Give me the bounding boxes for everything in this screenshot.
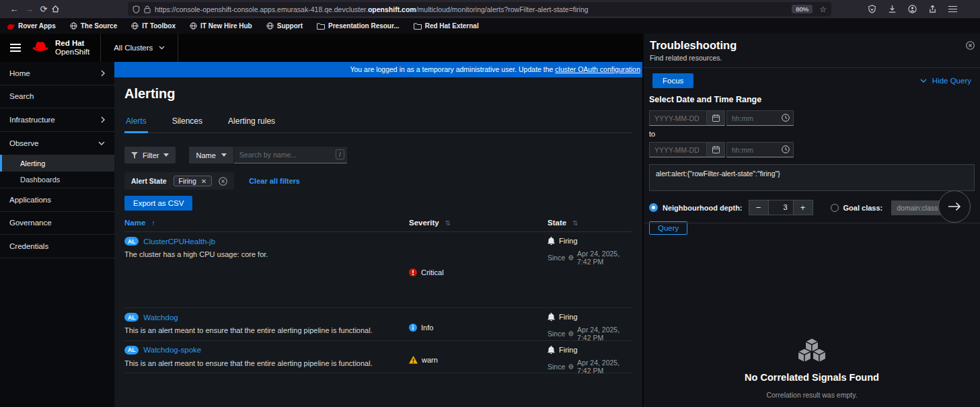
sidebar-item-observe[interactable]: Observe xyxy=(0,132,114,155)
column-header-state[interactable]: State ⇅ xyxy=(548,219,632,227)
search-field: / xyxy=(234,147,347,163)
expand-arrow-button[interactable] xyxy=(938,190,971,223)
search-attribute-dropdown[interactable]: Name xyxy=(189,147,233,163)
cluster-oauth-link[interactable]: cluster OAuth configuration xyxy=(555,65,640,73)
calendar-button[interactable] xyxy=(707,142,725,157)
tab-alerting-rules[interactable]: Alerting rules xyxy=(227,112,276,133)
chip-close-icon[interactable]: ✕ xyxy=(201,178,206,185)
panel-subtitle: Find related resources. xyxy=(650,54,972,62)
clock-icon[interactable] xyxy=(782,114,790,122)
alert-link[interactable]: Watchdog xyxy=(143,313,178,322)
browser-menu-icon[interactable] xyxy=(948,4,957,14)
depth-value[interactable]: 3 xyxy=(769,200,793,215)
filter-dropdown[interactable]: Filter xyxy=(124,147,176,163)
tab-silences[interactable]: Silences xyxy=(171,112,204,133)
forward-icon[interactable]: → xyxy=(22,4,36,14)
search-input[interactable] xyxy=(234,147,347,163)
bookmark-the-source[interactable]: The Source xyxy=(70,22,117,30)
table-row: AL Watchdog This is an alert meant to en… xyxy=(124,308,632,341)
sidebar-item-governance[interactable]: Governance xyxy=(0,212,114,235)
bookmark-rover-apps[interactable]: Rover Apps xyxy=(7,22,56,30)
sidebar-item-alerting[interactable]: Alerting xyxy=(0,155,114,172)
reload-icon[interactable]: ⟳ xyxy=(36,4,51,14)
table-row: AL ClusterCPUHealth-jb The cluster has a… xyxy=(124,232,632,308)
column-header-severity[interactable]: Severity ⇅ xyxy=(409,219,548,227)
sidebar-item-dashboards[interactable]: Dashboards xyxy=(0,172,114,188)
page-title: Alerting xyxy=(124,86,632,102)
neighbourhood-depth-radio[interactable] xyxy=(649,203,658,212)
bookmark-support[interactable]: Support xyxy=(266,22,303,30)
brand-redhat: Red Hat xyxy=(55,39,89,48)
empty-state-subtitle: Correlation result was empty. xyxy=(644,391,980,399)
nav-toggle-icon[interactable] xyxy=(10,42,21,54)
bookmark-it-toolbox[interactable]: IT Toolbox xyxy=(131,22,176,30)
from-date-input[interactable] xyxy=(649,110,707,126)
chevron-right-icon xyxy=(101,70,105,77)
bookmark-presentation-resources[interactable]: Presentation Resour... xyxy=(317,22,400,30)
calendar-icon xyxy=(712,114,720,122)
caret-down-icon xyxy=(163,153,169,157)
state-cell: Firing Since Apr 24, 2025, 7:42 PM xyxy=(548,313,632,342)
sidebar-item-search[interactable]: Search xyxy=(0,85,114,109)
url-bar[interactable]: https://console-openshift-console.apps.e… xyxy=(128,2,831,16)
lock-warning-icon xyxy=(144,5,151,13)
depth-minus-button[interactable]: − xyxy=(749,200,769,215)
browser-zoom-badge[interactable]: 80% xyxy=(792,5,813,13)
shield-icon xyxy=(133,5,140,13)
depth-plus-button[interactable]: + xyxy=(793,200,813,215)
slash-shortcut-badge: / xyxy=(336,149,344,159)
export-csv-button[interactable]: Export as CSV xyxy=(124,196,192,211)
goal-class-radio[interactable] xyxy=(831,204,839,212)
firing-chip[interactable]: Firing ✕ xyxy=(174,176,213,186)
sidebar-nav: Home Search Infrastructure Observe Alert… xyxy=(0,62,114,407)
panel-close-icon[interactable] xyxy=(966,41,975,50)
sidebar-item-home[interactable]: Home xyxy=(0,62,114,85)
column-header-name[interactable]: Name ↑ xyxy=(124,219,409,227)
sort-ascending-icon: ↑ xyxy=(151,219,155,227)
globe-icon xyxy=(568,330,574,337)
sidebar-item-infrastructure[interactable]: Infrastructure xyxy=(0,108,114,132)
browser-action-icons xyxy=(868,4,957,14)
cluster-selector[interactable]: All Clusters xyxy=(100,34,178,62)
chip-group-close-icon[interactable] xyxy=(219,177,227,186)
hide-query-toggle[interactable]: Hide Query xyxy=(920,77,971,85)
home-icon[interactable] xyxy=(51,5,66,13)
account-icon[interactable] xyxy=(908,5,917,13)
sort-icon: ⇅ xyxy=(572,219,578,227)
tab-alerts[interactable]: Alerts xyxy=(124,112,148,133)
sidebar-item-applications[interactable]: Applications xyxy=(0,188,114,212)
bell-icon xyxy=(548,346,555,354)
bookmark-it-new-hire-hub[interactable]: IT New Hire Hub xyxy=(190,22,252,30)
query-button[interactable]: Query xyxy=(649,221,687,235)
calendar-button[interactable] xyxy=(707,110,725,126)
alert-link[interactable]: ClusterCPUHealth-jb xyxy=(143,237,215,246)
date-range-heading: Select Date and Time Range xyxy=(649,95,975,104)
main-content: You are logged in as a temporary adminis… xyxy=(114,62,642,407)
sidebar-item-credentials[interactable]: Credentials xyxy=(0,235,114,258)
sort-icon: ⇅ xyxy=(445,219,451,227)
bookmark-red-hat-external[interactable]: Red Hat External xyxy=(414,22,479,30)
back-icon[interactable]: ← xyxy=(7,4,22,14)
to-date-input[interactable] xyxy=(649,142,707,157)
date-time-from xyxy=(649,110,975,126)
query-expression-box[interactable]: alert:alert:{"rowFilter-alert-state":"fi… xyxy=(649,164,975,191)
masthead: Red Hat OpenShift All Clusters xyxy=(0,34,642,62)
alert-link[interactable]: Watchdog-spoke xyxy=(143,346,201,354)
alert-description: This is an alert meant to ensure that th… xyxy=(124,326,409,334)
redhat-openshift-logo[interactable]: Red Hat OpenShift xyxy=(31,39,89,56)
brand-openshift: OpenShift xyxy=(55,48,89,57)
bell-icon xyxy=(548,237,555,245)
severity-cell: Info xyxy=(409,313,548,342)
focus-button[interactable]: Focus xyxy=(652,73,693,88)
empty-state-title: No Correlated Signals Found xyxy=(644,372,980,383)
share-icon[interactable] xyxy=(928,5,937,13)
downloads-icon[interactable] xyxy=(888,5,897,13)
tracking-shield-icon[interactable] xyxy=(868,5,876,13)
chevron-down-icon xyxy=(159,46,165,50)
folder-icon xyxy=(317,23,325,30)
bookmark-star-icon[interactable]: ☆ xyxy=(819,5,827,14)
browser-toolbar: ← → ⟳ https://console-openshift-console.… xyxy=(0,0,980,18)
panel-title: Troubleshooting xyxy=(650,39,972,52)
clock-icon[interactable] xyxy=(782,145,790,153)
clear-all-filters-link[interactable]: Clear all filters xyxy=(249,177,300,185)
